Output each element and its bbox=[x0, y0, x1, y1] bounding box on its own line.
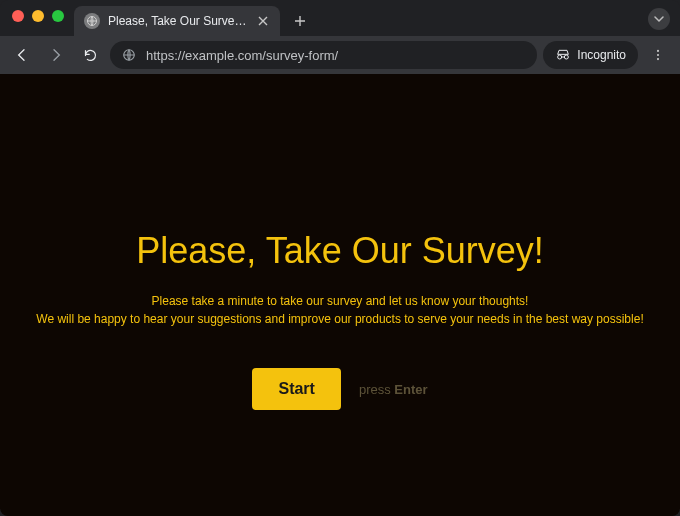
svg-point-3 bbox=[657, 54, 659, 56]
menu-button[interactable] bbox=[644, 41, 672, 69]
keyboard-hint: press Enter bbox=[359, 382, 428, 397]
address-bar[interactable]: https://example.com/survey-form/ bbox=[110, 41, 537, 69]
new-tab-button[interactable] bbox=[286, 7, 314, 35]
cta-row: Start press Enter bbox=[252, 368, 427, 410]
page-heading: Please, Take Our Survey! bbox=[136, 230, 544, 272]
minimize-window-button[interactable] bbox=[32, 10, 44, 22]
site-info-icon[interactable] bbox=[122, 48, 136, 62]
incognito-label: Incognito bbox=[577, 48, 626, 62]
incognito-icon bbox=[555, 47, 571, 63]
back-button[interactable] bbox=[8, 41, 36, 69]
page-subtext: Please take a minute to take our survey … bbox=[36, 292, 643, 328]
forward-button[interactable] bbox=[42, 41, 70, 69]
browser-tab[interactable]: Please, Take Our Survey! – Fl… bbox=[74, 6, 280, 36]
svg-point-4 bbox=[657, 58, 659, 60]
tab-bar: Please, Take Our Survey! – Fl… bbox=[0, 0, 680, 36]
page-content: Please, Take Our Survey! Please take a m… bbox=[0, 74, 680, 516]
close-window-button[interactable] bbox=[12, 10, 24, 22]
subtext-line-2: We will be happy to hear your suggestion… bbox=[36, 310, 643, 328]
subtext-line-1: Please take a minute to take our survey … bbox=[36, 292, 643, 310]
reload-button[interactable] bbox=[76, 41, 104, 69]
window-controls bbox=[12, 10, 64, 22]
start-button[interactable]: Start bbox=[252, 368, 340, 410]
toolbar: https://example.com/survey-form/ Incogni… bbox=[0, 36, 680, 74]
svg-point-2 bbox=[657, 50, 659, 52]
url-text: https://example.com/survey-form/ bbox=[146, 48, 338, 63]
dropdown-icon[interactable] bbox=[648, 8, 670, 30]
incognito-badge[interactable]: Incognito bbox=[543, 41, 638, 69]
close-tab-icon[interactable] bbox=[256, 14, 270, 28]
globe-icon bbox=[84, 13, 100, 29]
maximize-window-button[interactable] bbox=[52, 10, 64, 22]
tab-title: Please, Take Our Survey! – Fl… bbox=[108, 14, 248, 28]
